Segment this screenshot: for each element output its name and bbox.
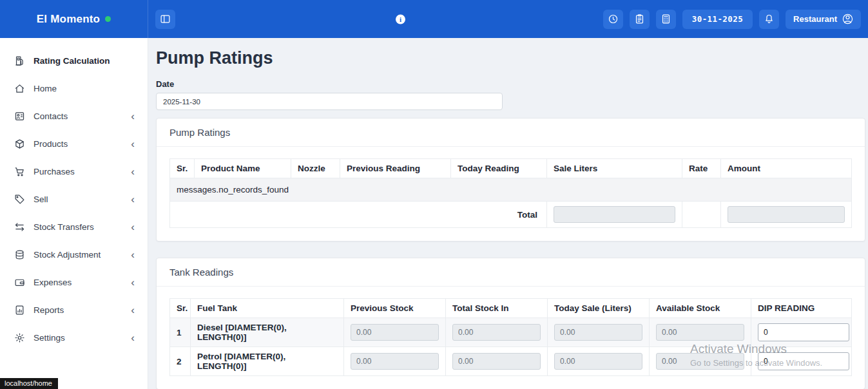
sidebar-item-label: Settings: [34, 333, 122, 343]
sidebar-item-stock-transfers[interactable]: Stock Transfers ‹: [0, 213, 148, 241]
tank-readings-table: Sr. Fuel Tank Previous Stock Total Stock…: [169, 298, 852, 376]
chevron-left-icon: ‹: [131, 305, 135, 316]
sidebar-nav: Rating Calculation Home Contacts ‹ Produ…: [0, 38, 148, 389]
total-stock-in-input: [452, 353, 541, 370]
chevron-left-icon: ‹: [131, 194, 135, 205]
column-header-sr: Sr.: [170, 159, 195, 178]
tank-table-header-row: Sr. Fuel Tank Previous Stock Total Stock…: [170, 299, 852, 318]
chevron-left-icon: ‹: [131, 332, 135, 343]
sidebar-item-contacts[interactable]: Contacts ‹: [0, 102, 148, 130]
expenses-wallet-icon: [14, 277, 25, 288]
previous-stock-input: [351, 324, 439, 341]
column-header-today-sale-liters: Today Sale (Liters): [548, 299, 650, 318]
browser-link-preview: localhost/home: [0, 378, 58, 389]
column-header-sale-liters: Sale Liters: [547, 159, 682, 178]
panel-toggle-icon: [160, 14, 171, 24]
no-records-text: messages.no_records_found: [170, 178, 852, 202]
pump-ratings-card-title: Pump Ratings: [157, 119, 865, 147]
pump-table-header-row: Sr. Product Name Nozzle Previous Reading…: [170, 159, 852, 178]
column-header-total-stock-in: Total Stock In: [446, 299, 548, 318]
row-serial: 1: [170, 318, 191, 347]
online-status-dot: [105, 16, 111, 22]
dip-reading-input[interactable]: [758, 352, 849, 370]
sidebar-item-settings[interactable]: Settings ‹: [0, 324, 148, 352]
sidebar-item-expenses[interactable]: Expenses ‹: [0, 269, 148, 296]
sidebar-item-label: Rating Calculation: [34, 56, 135, 66]
chevron-left-icon: ‹: [131, 277, 135, 288]
sidebar-item-label: Home: [34, 84, 135, 93]
sidebar-item-reports[interactable]: Reports ‹: [0, 296, 148, 324]
date-field-label: Date: [156, 79, 865, 89]
chevron-left-icon: ‹: [131, 111, 135, 122]
fuel-tank-name: Petrol [DIAMETER(0), LENGTH(0)]: [191, 347, 344, 376]
available-stock-input: [656, 353, 744, 370]
dip-reading-input[interactable]: [758, 323, 849, 341]
sidebar-item-products[interactable]: Products ‹: [0, 130, 148, 158]
chevron-left-icon: ‹: [131, 166, 135, 177]
sidebar-item-label: Stock Transfers: [34, 222, 122, 232]
reports-chart-icon: [14, 305, 25, 316]
chevron-left-icon: ‹: [131, 222, 135, 232]
purchases-cart-icon: [14, 166, 25, 177]
sidebar-item-label: Reports: [34, 305, 122, 315]
notifications-button[interactable]: [759, 10, 779, 29]
register-clock-button[interactable]: [603, 10, 623, 29]
register-details-button[interactable]: [630, 10, 650, 29]
column-header-today-reading: Today Reading: [451, 159, 547, 178]
no-records-row: messages.no_records_found: [170, 178, 852, 202]
tank-row-petrol: 2 Petrol [DIAMETER(0), LENGTH(0)]: [170, 347, 852, 376]
date-input[interactable]: [156, 93, 503, 110]
pump-ratings-card: Pump Ratings Sr. Product Name Nozzle Pre…: [156, 118, 865, 242]
user-menu-label: Restaurant: [793, 14, 837, 24]
total-sale-liters-input: [554, 206, 675, 223]
home-icon: [14, 83, 25, 94]
fuel-tank-name: Diesel [DIAMETER(0), LENGTH(0)]: [191, 318, 344, 347]
column-header-fuel-tank: Fuel Tank: [191, 299, 344, 318]
bell-icon: [764, 14, 775, 24]
column-header-available-stock: Available Stock: [650, 299, 751, 318]
previous-stock-input: [351, 353, 439, 370]
sidebar-item-label: Contacts: [34, 111, 122, 121]
stock-adjustment-icon: [14, 249, 25, 260]
sidebar-toggle-button[interactable]: [155, 10, 175, 29]
sidebar-item-label: Sell: [34, 194, 122, 204]
total-stock-in-input: [452, 324, 541, 341]
pump-ratings-table: Sr. Product Name Nozzle Previous Reading…: [169, 158, 852, 228]
chevron-left-icon: ‹: [131, 138, 135, 149]
sidebar-item-rating-calculation[interactable]: Rating Calculation: [0, 47, 148, 75]
totals-row: Total: [170, 202, 852, 228]
date-button[interactable]: 30-11-2025: [682, 10, 753, 29]
fuel-pump-icon: [14, 55, 25, 66]
column-header-rate: Rate: [682, 159, 721, 178]
column-header-previous-stock: Previous Stock: [344, 299, 446, 318]
user-menu-button[interactable]: Restaurant: [786, 10, 861, 29]
tank-row-diesel: 1 Diesel [DIAMETER(0), LENGTH(0)]: [170, 318, 852, 347]
gear-icon: [14, 332, 25, 343]
column-header-nozzle: Nozzle: [291, 159, 340, 178]
sidebar-item-sell[interactable]: Sell ‹: [0, 185, 148, 213]
clipboard-icon: [634, 14, 645, 24]
topbar-main: i 30-11-2025 Restaurant: [148, 0, 868, 38]
available-stock-input: [656, 324, 744, 341]
total-amount-input: [728, 206, 845, 223]
chevron-left-icon: ‹: [131, 249, 135, 260]
column-header-product-name: Product Name: [195, 159, 291, 178]
user-icon: [842, 14, 853, 24]
sidebar-item-purchases[interactable]: Purchases ‹: [0, 158, 148, 185]
today-sale-liters-input: [554, 324, 642, 341]
calculator-button[interactable]: [656, 10, 676, 29]
clock-icon: [608, 14, 619, 24]
sidebar-item-stock-adjustment[interactable]: Stock Adjustment ‹: [0, 241, 148, 269]
topbar-actions: 30-11-2025 Restaurant: [603, 10, 861, 29]
stock-transfers-icon: [14, 222, 25, 232]
topbar: El Momento i 30-11-2025 Restaurant: [0, 0, 868, 38]
column-header-dip-reading: DIP READING: [751, 299, 852, 318]
column-header-previous-reading: Previous Reading: [340, 159, 451, 178]
total-rate-empty-cell: [682, 202, 721, 228]
info-icon[interactable]: i: [396, 14, 405, 24]
total-label: Total: [170, 202, 547, 228]
today-sale-liters-input: [554, 353, 642, 370]
sidebar-item-label: Stock Adjustment: [34, 250, 122, 260]
sidebar-item-home[interactable]: Home: [0, 75, 148, 102]
row-serial: 2: [170, 347, 191, 376]
